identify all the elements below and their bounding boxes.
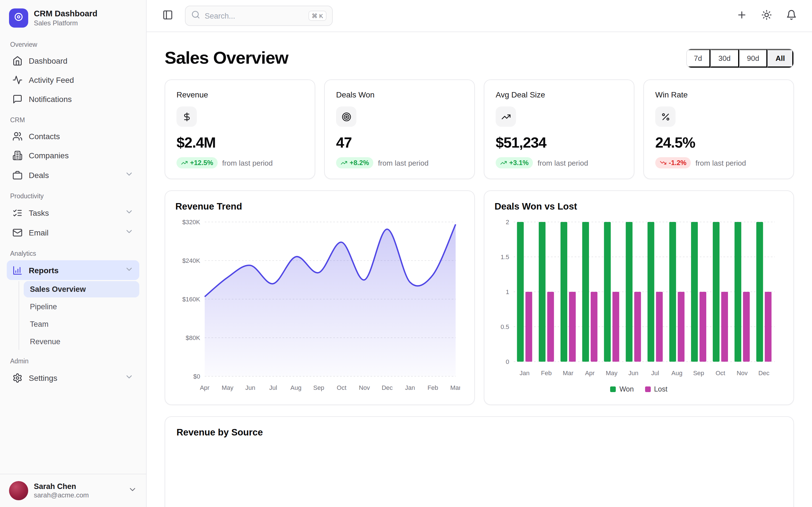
svg-text:Jan: Jan	[405, 384, 415, 391]
user-email: sarah@acme.com	[34, 492, 89, 499]
range-button-30d[interactable]: 30d	[711, 49, 739, 67]
legend-item-won: Won	[610, 385, 634, 393]
sidebar-subitem-revenue[interactable]: Revenue	[24, 334, 139, 350]
stat-note: from last period	[538, 159, 588, 167]
svg-text:Sep: Sep	[693, 370, 704, 377]
sidebar-item-deals[interactable]: Deals	[7, 165, 139, 185]
sidebar-item-email[interactable]: Email	[7, 223, 139, 242]
trending-up-icon	[501, 112, 511, 121]
sidebar-item-notifications[interactable]: Notifications	[7, 90, 139, 109]
sidebar-item-tasks[interactable]: Tasks	[7, 203, 139, 223]
sidebar-item-reports[interactable]: Reports	[7, 260, 139, 280]
stat-note: from last period	[222, 159, 273, 167]
bell-icon	[786, 9, 797, 22]
revenue-by-source-card: Revenue by Source	[165, 416, 794, 507]
revenue-trend-card: Revenue Trend $0$80K$160K$240K$320KAprMa…	[165, 190, 475, 405]
sidebar-item-settings[interactable]: Settings	[7, 368, 139, 388]
sidebar-header: CRM Dashboard Sales Platform	[0, 0, 146, 33]
gear-icon	[12, 373, 22, 383]
svg-text:0: 0	[506, 358, 509, 365]
user-name: Sarah Chen	[34, 482, 89, 492]
trending-up-icon	[341, 159, 347, 166]
deals-won-lost-chart: 00.511.52JanFebMarAprMayJunJulAugSepOctN…	[495, 216, 779, 381]
search-icon	[191, 10, 200, 19]
user-menu[interactable]: Sarah Chen sarah@acme.com	[0, 474, 146, 507]
app-title: CRM Dashboard	[34, 9, 98, 19]
stat-value: $51,234	[496, 134, 622, 152]
panel-left-icon	[162, 9, 173, 20]
sidebar-item-companies[interactable]: Companies	[7, 146, 139, 165]
delta-badge: -1.2%	[655, 157, 691, 168]
page-header: Sales Overview 7d30d90dAll	[165, 48, 794, 68]
delta-badge: +12.5%	[176, 157, 218, 168]
svg-text:0.5: 0.5	[500, 323, 509, 330]
notifications-button[interactable]	[781, 6, 801, 25]
stat-note: from last period	[696, 159, 746, 167]
range-button-7d[interactable]: 7d	[687, 49, 711, 67]
trending-down-icon	[660, 159, 666, 166]
chevron-down-icon	[128, 485, 137, 496]
section-label-admin: Admin	[10, 358, 136, 364]
theme-toggle-button[interactable]	[757, 6, 776, 25]
sidebar-item-label: Tasks	[29, 208, 49, 217]
section-label-analytics: Analytics	[10, 250, 136, 257]
sidebar-item-dashboard[interactable]: Dashboard	[7, 51, 139, 70]
svg-text:Apr: Apr	[200, 384, 209, 391]
sidebar-subitem-team[interactable]: Team	[24, 316, 139, 332]
svg-text:Oct: Oct	[337, 384, 346, 391]
svg-text:Dec: Dec	[758, 370, 769, 377]
search-box[interactable]: ⌘ K	[185, 6, 333, 26]
stats-row: Revenue$2.4M+12.5%from last periodDeals …	[165, 79, 794, 179]
time-range-group: 7d30d90dAll	[686, 48, 794, 68]
list-checks-icon	[12, 208, 22, 218]
add-button[interactable]	[732, 6, 751, 25]
activity-icon	[12, 75, 22, 85]
sidebar-subitem-sales-overview[interactable]: Sales Overview	[24, 281, 139, 297]
sidebar-item-label: Contacts	[29, 132, 60, 141]
svg-text:$80K: $80K	[186, 334, 200, 341]
svg-text:$240K: $240K	[182, 257, 200, 264]
charts-row: Revenue Trend $0$80K$160K$240K$320KAprMa…	[165, 190, 794, 405]
svg-text:Sep: Sep	[313, 384, 324, 391]
avatar	[9, 481, 28, 500]
search-icon	[191, 10, 200, 21]
message-square-icon	[12, 94, 22, 104]
svg-text:Mar: Mar	[563, 370, 573, 377]
sidebar-item-label: Notifications	[29, 95, 72, 104]
chevron-down-icon	[124, 265, 134, 274]
chart-title: Deals Won vs Lost	[495, 201, 783, 212]
revenue-trend-chart: $0$80K$160K$240K$320KAprMayJunJulAugSepO…	[175, 216, 460, 395]
svg-text:$160K: $160K	[182, 296, 200, 303]
section-label-overview: Overview	[10, 41, 136, 48]
stat-value: 47	[336, 134, 463, 152]
svg-text:May: May	[221, 384, 234, 391]
svg-text:Mar: Mar	[450, 384, 460, 391]
percent-icon	[661, 112, 670, 121]
svg-text:1: 1	[506, 288, 509, 295]
sidebar-item-contacts[interactable]: Contacts	[7, 127, 139, 146]
search-input[interactable]	[205, 11, 304, 20]
sidebar-subitem-pipeline[interactable]: Pipeline	[24, 298, 139, 315]
stat-card-revenue: Revenue$2.4M+12.5%from last period	[165, 79, 315, 179]
topbar: ⌘ K	[147, 0, 812, 32]
sidebar-item-label: Activity Feed	[29, 75, 74, 84]
app-subtitle: Sales Platform	[34, 19, 98, 27]
range-button-all[interactable]: All	[768, 49, 794, 67]
deals-won-lost-card: Deals Won vs Lost 00.511.52JanFebMarAprM…	[484, 190, 794, 405]
sidebar-item-activity-feed[interactable]: Activity Feed	[7, 70, 139, 90]
delta-badge: +3.1%	[496, 157, 533, 168]
page-content: Sales Overview 7d30d90dAll Revenue$2.4M+…	[147, 32, 812, 507]
legend-swatch	[610, 386, 616, 392]
logo-target-icon	[13, 11, 24, 22]
range-button-90d[interactable]: 90d	[739, 49, 767, 67]
dollar-icon	[182, 112, 192, 121]
target-icon	[342, 112, 351, 121]
stat-note: from last period	[378, 159, 428, 167]
svg-text:$0: $0	[193, 373, 200, 380]
stat-label: Avg Deal Size	[496, 90, 622, 99]
sidebar-toggle-button[interactable]	[158, 6, 177, 25]
bell-icon	[786, 9, 797, 20]
svg-text:Nov: Nov	[359, 384, 370, 391]
svg-text:Jul: Jul	[651, 370, 659, 377]
delta-badge: +8.2%	[336, 157, 373, 168]
